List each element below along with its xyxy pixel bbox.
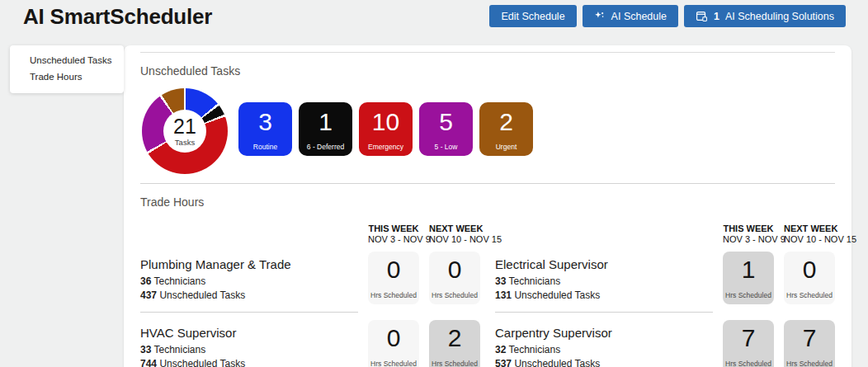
technicians-label: Technicians [153, 275, 205, 287]
tile-label: Routine [253, 143, 277, 151]
section-divider [140, 183, 835, 184]
edit-schedule-button[interactable]: Edit Schedule [489, 5, 576, 27]
trade-info: HVAC Supervisor33 Technicians744 Unsched… [140, 320, 358, 367]
trade-info: Electrical Supervisor33 Technicians131 U… [495, 252, 713, 313]
hours-value: 0 [387, 324, 401, 351]
technicians-stat: 32 Technicians [495, 344, 713, 355]
this-week-hours-box[interactable]: 1Hrs Scheduled [723, 252, 774, 304]
technicians-label: Technicians [153, 344, 205, 355]
technicians-stat: 33 Technicians [495, 275, 713, 287]
donut-center-value: 21 [173, 116, 196, 137]
technicians-count: 33 [140, 344, 151, 355]
donut-center: 21 Tasks [163, 110, 206, 153]
hours-value: 0 [803, 256, 817, 283]
tile-value: 10 [372, 108, 399, 135]
tasks-donut-chart[interactable]: 21 Tasks [142, 88, 228, 174]
trade-name: Electrical Supervisor [495, 257, 713, 271]
hours-label: Hrs Scheduled [370, 360, 417, 367]
week-column-header: NEXT WEEKNOV 10 - NOV 15 [784, 214, 835, 244]
week-dates: NOV 3 - NOV 9 [723, 234, 785, 244]
ai-schedule-button-label: AI Schedule [611, 11, 667, 22]
hours-label: Hrs Scheduled [725, 360, 771, 367]
unscheduled-tasks-section-title: Unscheduled Tasks [140, 64, 851, 78]
hours-value: 1 [742, 256, 756, 283]
week-column-header: THIS WEEKNOV 3 - NOV 9 [368, 214, 419, 244]
tile-value: 3 [258, 108, 272, 135]
week-title: THIS WEEK [368, 223, 419, 234]
ai-scheduling-solutions-label: AI Scheduling Solutions [725, 11, 834, 22]
technicians-stat: 33 Technicians [140, 344, 358, 355]
tile-value: 2 [499, 108, 513, 135]
hours-value: 2 [448, 324, 462, 351]
hours-label: Hrs Scheduled [432, 291, 478, 299]
sidebar: Unscheduled Tasks Trade Hours [10, 45, 124, 93]
technicians-label: Technicians [508, 275, 560, 287]
main-card: Unscheduled Tasks 21 Tasks 3Routine16 - … [124, 45, 851, 367]
trade-hours-column-left: THIS WEEKNOV 3 - NOV 9NEXT WEEKNOV 10 - … [140, 214, 480, 367]
hours-label: Hrs Scheduled [370, 291, 417, 299]
week-column-header: THIS WEEKNOV 3 - NOV 9 [723, 214, 774, 244]
unscheduled-tasks-label: Unscheduled Tasks [159, 289, 245, 301]
unscheduled-tasks-stat: 537 Unscheduled Tasks [495, 358, 713, 367]
unscheduled-tasks-count: 437 [140, 289, 157, 301]
priority-tile[interactable]: 10Emergency [359, 102, 413, 156]
priority-tile[interactable]: 55 - Low [419, 102, 473, 156]
hours-value: 0 [387, 256, 401, 283]
unscheduled-tasks-label: Unscheduled Tasks [514, 358, 600, 367]
trade-name: Carpentry Supervisor [495, 326, 713, 340]
unscheduled-tasks-stat: 437 Unscheduled Tasks [140, 289, 358, 301]
tile-label: Emergency [368, 143, 403, 151]
technicians-count: 32 [495, 344, 506, 355]
next-week-hours-box[interactable]: 7Hrs Scheduled [784, 320, 835, 367]
trade-hours-section: Trade Hours THIS WEEKNOV 3 - NOV 9NEXT W… [124, 195, 851, 367]
hours-value: 0 [448, 256, 462, 283]
trade-info: Carpentry Supervisor32 Technicians537 Un… [495, 320, 713, 367]
this-week-hours-box[interactable]: 7Hrs Scheduled [723, 320, 774, 367]
hours-value: 7 [742, 324, 756, 351]
unscheduled-tasks-count: 537 [495, 358, 512, 367]
week-dates: NOV 10 - NOV 15 [429, 234, 502, 244]
hours-value: 7 [803, 324, 817, 351]
priority-tiles: 3Routine16 - Deferred10Emergency55 - Low… [238, 102, 533, 156]
trade-name: Plumbing Manager & Trade [140, 257, 358, 271]
edit-schedule-button-label: Edit Schedule [501, 11, 564, 22]
this-week-hours-box[interactable]: 0Hrs Scheduled [368, 320, 419, 367]
week-dates: NOV 10 - NOV 15 [784, 234, 856, 244]
tile-value: 1 [318, 108, 333, 135]
technicians-stat: 36 Technicians [140, 275, 358, 287]
trade-info: Plumbing Manager & Trade36 Technicians43… [140, 252, 358, 313]
sidebar-item-unscheduled-tasks[interactable]: Unscheduled Tasks [30, 52, 124, 68]
sidebar-item-trade-hours[interactable]: Trade Hours [30, 68, 124, 85]
unscheduled-tasks-label: Unscheduled Tasks [514, 289, 600, 301]
calendar-sync-icon [696, 10, 708, 22]
next-week-hours-box[interactable]: 0Hrs Scheduled [429, 252, 480, 304]
week-title: NEXT WEEK [784, 223, 835, 234]
next-week-hours-box[interactable]: 0Hrs Scheduled [784, 252, 835, 304]
unscheduled-tasks-count: 744 [140, 358, 157, 367]
trade-hours-grid: THIS WEEKNOV 3 - NOV 9NEXT WEEKNOV 10 - … [124, 214, 851, 367]
header-buttons: Edit Schedule AI Schedule 1 AI Schedulin… [489, 5, 846, 27]
priority-tile[interactable]: 16 - Deferred [299, 102, 352, 156]
ai-schedule-button[interactable]: AI Schedule [583, 5, 678, 27]
unscheduled-tasks-count: 131 [495, 289, 512, 301]
technicians-label: Technicians [508, 344, 560, 355]
priority-tile[interactable]: 2Urgent [479, 102, 533, 156]
unscheduled-tasks-label: Unscheduled Tasks [159, 358, 245, 367]
this-week-hours-box[interactable]: 0Hrs Scheduled [368, 252, 419, 304]
week-title: THIS WEEK [723, 223, 774, 234]
tile-value: 5 [439, 108, 453, 135]
tile-label: Urgent [496, 143, 517, 151]
trade-hours-section-title: Trade Hours [140, 195, 851, 209]
tile-label: 6 - Deferred [307, 143, 344, 151]
priority-tile[interactable]: 3Routine [238, 102, 292, 156]
tile-label: 5 - Low [435, 143, 458, 151]
ai-scheduling-solutions-button[interactable]: 1 AI Scheduling Solutions [684, 5, 846, 27]
next-week-hours-box[interactable]: 2Hrs Scheduled [429, 320, 480, 367]
unscheduled-tasks-section: Unscheduled Tasks 21 Tasks 3Routine16 - … [124, 64, 851, 174]
hours-label: Hrs Scheduled [725, 291, 771, 299]
trade-hours-column-right: THIS WEEKNOV 3 - NOV 9NEXT WEEKNOV 10 - … [495, 214, 835, 367]
donut-center-label: Tasks [175, 138, 195, 147]
week-column-header: NEXT WEEKNOV 10 - NOV 15 [429, 214, 480, 244]
card-top-divider [140, 52, 835, 53]
trade-name: HVAC Supervisor [140, 326, 358, 340]
